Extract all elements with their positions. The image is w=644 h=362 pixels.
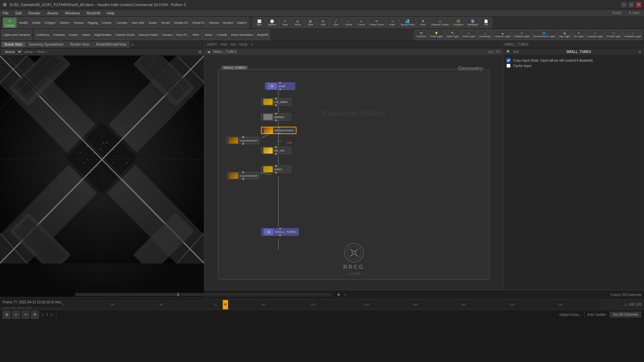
spray-tool[interactable]: 💦Spray Paint [399,17,416,28]
obj-path[interactable]: obj [488,50,492,54]
menu-file[interactable]: File [1,10,10,16]
hairutils-tab[interactable]: Hair Utils [130,17,146,28]
status-undo-btn[interactable]: ↩ [12,311,20,319]
env-light[interactable]: 🌐Environment Light [532,29,556,40]
cloudfx-tab[interactable]: Cloud FX [191,17,207,28]
fem-group[interactable]: FEM [190,29,202,40]
node-uvquickshade3[interactable]: uvquickshade3 [226,137,260,144]
rigid-bodies-group[interactable]: Rigid Bodies [93,29,113,40]
volume-tab[interactable]: Volume [207,17,220,28]
volume-light[interactable]: ☁Volume Light [493,29,512,40]
maximize-button[interactable]: □ [629,2,634,7]
sphere-tool[interactable]: ⚪Sphere [266,17,278,28]
geometry-light[interactable]: △Geometry [477,29,492,40]
add-network-btn[interactable]: + [250,43,254,46]
pyro-fx-group[interactable]: Pyro FX [175,29,189,40]
node-color1[interactable]: color1 [261,166,291,173]
render-view-tab[interactable]: Render View [67,42,92,47]
oceans-group[interactable]: Oceans [160,29,174,40]
terrain-tab[interactable]: Terrain [159,17,172,28]
area-light[interactable]: ◻Area Light [461,29,477,40]
draw-curve-tool[interactable]: ✏Draw Curve [368,17,385,28]
node-graph-collapse[interactable]: ◀ [207,50,210,54]
grains-group[interactable]: Grains [67,29,80,40]
out-tab[interactable]: /out [229,43,237,46]
menu-redshift[interactable]: Redshift [85,10,101,16]
menu-windows[interactable]: Windows [64,10,82,16]
grid-tool[interactable]: ⊞Grid [304,17,316,28]
redshift-render-view-tab[interactable]: RedshiftRenderView [93,42,129,47]
simplefx-tab[interactable]: Simple FX [172,17,190,28]
redshift-group[interactable]: Redshift [256,29,270,40]
key-all-channels-btn[interactable]: Key All Channels [610,312,641,317]
shop-tab[interactable]: /shop [238,43,249,46]
collisions-group[interactable]: Collisions [35,29,51,40]
add-pane-btn[interactable]: + [131,43,133,47]
fx-path[interactable]: FX [496,50,500,54]
ambient-light[interactable]: ○Ambient Light [623,29,643,40]
isystem-tool[interactable]: 🌿I-System [451,17,465,28]
charac-tab[interactable]: Charac. [100,17,114,28]
status-options-btn[interactable]: ⚙ [31,311,39,319]
minimize-button[interactable]: ─ [621,2,627,7]
node-cull-tubes[interactable]: cull_tubes [261,98,291,106]
point-light[interactable]: 💡Point Light [428,29,444,40]
polygon-tab[interactable]: Polygon [43,17,58,28]
node-graph-area[interactable]: Education Edition Geometry SMALL_TUBES [205,56,503,290]
constra-tab[interactable]: Constra. [115,17,129,28]
node-attribpromote1[interactable]: attribpromote1 [261,127,297,134]
path-tool[interactable]: ⤷Path [386,17,398,28]
wires-group[interactable]: Wires [203,29,215,40]
mat-tab[interactable]: /mat [219,43,228,46]
node-sweep1[interactable]: sweep1 [261,113,291,121]
viewport-settings-btn[interactable]: ⚙ [198,50,202,54]
tube-tool[interactable]: ⬭Tube [279,17,291,28]
menu-render[interactable]: Render [27,10,42,16]
viscous-fluids-group[interactable]: Viscous Fluids [137,29,160,40]
file-tool[interactable]: 📄File [480,17,492,28]
circle-tool[interactable]: ○Circle [342,17,355,28]
null-tool[interactable]: ✛Null [317,17,329,28]
caustic-light[interactable]: ✧Caustic Light [586,29,604,40]
box-tool[interactable]: ⬜Box [253,17,265,28]
texture-tab[interactable]: Texture [72,17,86,28]
status-redo-btn[interactable]: ↪ [21,311,30,319]
geometry-spreadsheet-tab[interactable]: Geometry Spreadsheet [26,42,66,47]
timeline-current-frame-indicator[interactable]: 77 [223,300,228,309]
status-snapping-btn[interactable]: ⊞ [3,311,11,319]
platonic-tool[interactable]: ◇Platonic Solids [430,17,450,28]
metaball-tool[interactable]: 🔮Metaball [466,17,479,28]
node-set-uvs[interactable]: set_uvs [261,147,291,154]
cache-input-checkbox[interactable] [506,64,511,68]
menu-assets[interactable]: Assets [46,10,60,16]
job-fx-tab[interactable]: job/FX [206,43,218,46]
copy-input-checkbox[interactable] [506,58,511,62]
particle-fluids-group[interactable]: Particle Fluids [114,29,137,40]
modify-tab[interactable]: Modify [17,17,30,28]
node-small[interactable]: ✕ small [265,82,295,90]
drive-simulation-group[interactable]: Drive Simulation [229,29,255,40]
close-button[interactable]: ✕ [636,2,641,7]
sky-light[interactable]: 🌤Sky Light [557,29,572,40]
font-tool[interactable]: AFont [417,17,429,28]
torus-tool[interactable]: ◎Torus [291,17,304,28]
camera-light[interactable]: 📷Camera [415,29,427,40]
distant-light[interactable]: ☀Distant Light [513,29,531,40]
prop-settings-icon[interactable]: ⚙ [638,50,641,54]
menu-help[interactable]: Help [106,10,116,16]
render-mode-select[interactable]: beauty [2,49,22,55]
crowds-group[interactable]: Crowds [215,29,229,40]
curve-tool[interactable]: ∿Curve [355,17,367,28]
lights-cameras-group[interactable]: Lights and Cameras [1,29,32,40]
spot-light[interactable]: 🔦Spot Light [445,29,461,40]
guide-tab[interactable]: Guide [147,17,159,28]
create-tab[interactable]: +Create [3,17,17,28]
particles-group[interactable]: Particles [52,29,67,40]
rigging-tab[interactable]: Rigging [86,17,100,28]
scene-view-tab[interactable]: Scene View [1,42,25,47]
gi-light[interactable]: ✦GI Light [572,29,585,40]
line-tool[interactable]: ╱Line [330,17,342,28]
small-tubes-tab[interactable]: SMALL_TUBES [504,43,529,46]
deform-tab[interactable]: Deform [58,17,71,28]
node-uvquickshade4[interactable]: uvquickshade4 [226,172,260,179]
